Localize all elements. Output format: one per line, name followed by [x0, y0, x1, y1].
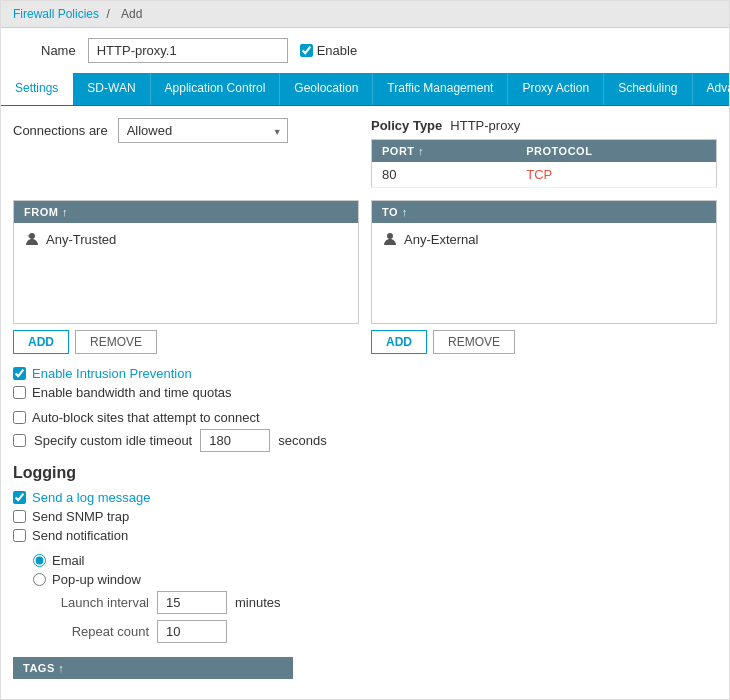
to-body: Any-External: [372, 223, 716, 323]
checkbox-autoblock[interactable]: [13, 411, 26, 424]
checkbox-bandwidth[interactable]: [13, 386, 26, 399]
port-table-row: 80 TCP: [372, 162, 717, 188]
radio-email-row: Email: [33, 553, 717, 568]
tab-geolocation[interactable]: Geolocation: [280, 73, 373, 105]
from-to-section: FROM ↑ Any-Trusted: [13, 200, 717, 354]
checkbox-autoblock-label[interactable]: Auto-block sites that attempt to connect: [32, 410, 260, 425]
connections-row: Connections are Allowed Denied Disabled: [13, 118, 359, 143]
enable-label[interactable]: Enable: [317, 43, 357, 58]
checkbox-bandwidth-label[interactable]: Enable bandwidth and time quotas: [32, 385, 231, 400]
from-box: FROM ↑ Any-Trusted: [13, 200, 359, 324]
idle-timeout-input[interactable]: [200, 429, 270, 452]
from-item-0: Any-Trusted: [24, 231, 348, 247]
checkbox-row-autoblock: Auto-block sites that attempt to connect: [13, 410, 717, 425]
radio-email-label[interactable]: Email: [52, 553, 85, 568]
checkbox-row-bandwidth: Enable bandwidth and time quotas: [13, 385, 717, 400]
launch-interval-unit: minutes: [235, 595, 281, 610]
to-button-row: ADD REMOVE: [371, 330, 717, 354]
from-remove-button[interactable]: REMOVE: [75, 330, 157, 354]
radio-email[interactable]: [33, 554, 46, 567]
top-section: Connections are Allowed Denied Disabled …: [13, 118, 717, 188]
checkbox-log-msg[interactable]: [13, 491, 26, 504]
checkbox-intrusion[interactable]: [13, 367, 26, 380]
port-value: 80: [372, 162, 517, 188]
tab-sdwan[interactable]: SD-WAN: [73, 73, 150, 105]
logging-title: Logging: [13, 464, 717, 482]
main-content: Connections are Allowed Denied Disabled …: [1, 106, 729, 691]
checkbox-notification-label[interactable]: Send notification: [32, 528, 128, 543]
from-button-row: ADD REMOVE: [13, 330, 359, 354]
repeat-count-label: Repeat count: [49, 624, 149, 639]
notification-row: Send notification: [13, 528, 717, 543]
tab-app-control[interactable]: Application Control: [151, 73, 281, 105]
radio-popup-label[interactable]: Pop-up window: [52, 572, 141, 587]
to-box: TO ↑ Any-External: [371, 200, 717, 324]
tags-bar[interactable]: TAGS ↑: [13, 657, 293, 679]
person-icon-to: [382, 231, 398, 247]
protocol-col-header: PROTOCOL: [516, 140, 716, 163]
idle-timeout-row: Specify custom idle timeout seconds: [13, 429, 717, 452]
tab-advanced[interactable]: Advanced: [693, 73, 730, 105]
tab-scheduling[interactable]: Scheduling: [604, 73, 692, 105]
from-add-button[interactable]: ADD: [13, 330, 69, 354]
port-table: PORT ↑ PROTOCOL 80 TCP: [371, 139, 717, 188]
checkbox-section: Enable Intrusion Prevention Enable bandw…: [13, 366, 717, 400]
right-col-policy: Policy Type HTTP-proxy PORT ↑ PROTOCOL 8…: [371, 118, 717, 188]
breadcrumb-current: Add: [121, 7, 142, 21]
policy-type-label: Policy Type: [371, 118, 442, 133]
to-item-0: Any-External: [382, 231, 706, 247]
tab-settings[interactable]: Settings: [1, 73, 73, 105]
from-col: FROM ↑ Any-Trusted: [13, 200, 359, 354]
checkbox-custom-idle-label[interactable]: Specify custom idle timeout: [34, 433, 192, 448]
checkbox-notification[interactable]: [13, 529, 26, 542]
to-header-label: TO ↑: [382, 206, 408, 218]
name-input[interactable]: [88, 38, 288, 63]
tab-traffic-mgmt[interactable]: Traffic Management: [373, 73, 508, 105]
checkbox-intrusion-label[interactable]: Enable Intrusion Prevention: [32, 366, 192, 381]
from-body: Any-Trusted: [14, 223, 358, 323]
connections-label: Connections are: [13, 123, 108, 138]
svg-point-2: [387, 233, 393, 239]
to-remove-button[interactable]: REMOVE: [433, 330, 515, 354]
breadcrumb-parent[interactable]: Firewall Policies: [13, 7, 99, 21]
checkbox-row-intrusion: Enable Intrusion Prevention: [13, 366, 717, 381]
radio-popup-row: Pop-up window: [33, 572, 717, 587]
to-add-button[interactable]: ADD: [371, 330, 427, 354]
checkbox-snmp[interactable]: [13, 510, 26, 523]
connections-select-wrapper: Allowed Denied Disabled: [118, 118, 288, 143]
enable-checkbox-wrapper: Enable: [300, 43, 357, 58]
policy-type-value: HTTP-proxy: [450, 118, 520, 133]
to-col: TO ↑ Any-External ADD REM: [371, 200, 717, 354]
from-header: FROM ↑: [14, 201, 358, 223]
person-icon-from: [24, 231, 40, 247]
repeat-count-row: Repeat count: [49, 620, 717, 643]
protocol-value: TCP: [516, 162, 716, 188]
launch-interval-row: Launch interval minutes: [49, 591, 717, 614]
left-col: Connections are Allowed Denied Disabled: [13, 118, 359, 188]
policy-type-row: Policy Type HTTP-proxy: [371, 118, 717, 133]
connections-select[interactable]: Allowed Denied Disabled: [118, 118, 288, 143]
snmp-row: Send SNMP trap: [13, 509, 717, 524]
tags-label: TAGS ↑: [23, 662, 64, 674]
log-msg-row: Send a log message: [13, 490, 717, 505]
to-item-label-0: Any-External: [404, 232, 478, 247]
enable-checkbox[interactable]: [300, 44, 313, 57]
radio-popup[interactable]: [33, 573, 46, 586]
tab-proxy-action[interactable]: Proxy Action: [508, 73, 604, 105]
name-label: Name: [41, 43, 76, 58]
checkbox-custom-idle[interactable]: [13, 434, 26, 447]
to-header: TO ↑: [372, 201, 716, 223]
name-row: Name Enable: [1, 28, 729, 73]
page-wrapper: Firewall Policies / Add Name Enable Sett…: [0, 0, 730, 700]
repeat-count-input[interactable]: [157, 620, 227, 643]
tabs-bar: Settings SD-WAN Application Control Geol…: [1, 73, 729, 106]
breadcrumb-separator: /: [106, 7, 109, 21]
launch-interval-input[interactable]: [157, 591, 227, 614]
port-col-header: PORT ↑: [372, 140, 517, 163]
checkbox-log-msg-label[interactable]: Send a log message: [32, 490, 151, 505]
from-header-label: FROM ↑: [24, 206, 68, 218]
checkbox-section-2: Auto-block sites that attempt to connect…: [13, 410, 717, 452]
idle-timeout-unit: seconds: [278, 433, 326, 448]
checkbox-snmp-label[interactable]: Send SNMP trap: [32, 509, 129, 524]
launch-interval-label: Launch interval: [49, 595, 149, 610]
